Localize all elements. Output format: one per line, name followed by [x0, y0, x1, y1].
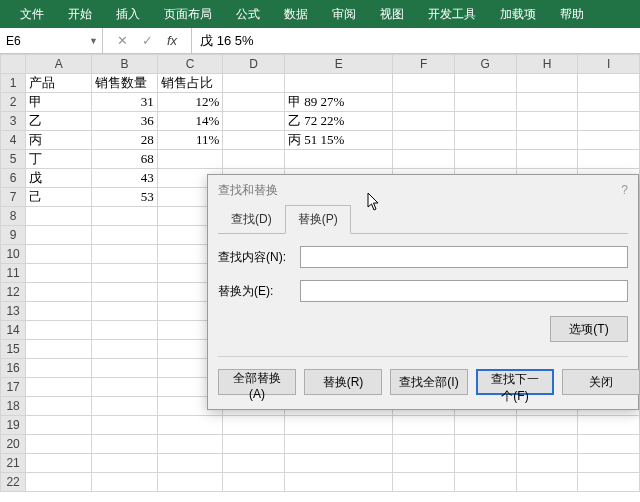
col-header-a[interactable]: A [26, 55, 92, 74]
cancel-icon[interactable]: ✕ [117, 33, 128, 48]
cell[interactable] [26, 416, 92, 435]
find-what-input[interactable] [300, 246, 628, 268]
cell[interactable] [393, 473, 455, 492]
cell[interactable] [454, 435, 516, 454]
row-header[interactable]: 22 [1, 473, 26, 492]
fx-icon[interactable]: fx [167, 33, 177, 48]
accept-icon[interactable]: ✓ [142, 33, 153, 48]
cell[interactable] [516, 93, 578, 112]
cell[interactable] [157, 416, 222, 435]
cell[interactable] [285, 473, 393, 492]
cell[interactable] [26, 283, 92, 302]
col-header-e[interactable]: E [285, 55, 393, 74]
cell[interactable] [454, 74, 516, 93]
row-header[interactable]: 12 [1, 283, 26, 302]
row-header[interactable]: 9 [1, 226, 26, 245]
cell[interactable] [393, 112, 455, 131]
cell[interactable] [516, 74, 578, 93]
row-header[interactable]: 16 [1, 359, 26, 378]
cell[interactable] [285, 454, 393, 473]
row-header[interactable]: 19 [1, 416, 26, 435]
cell[interactable] [92, 245, 157, 264]
cell[interactable] [393, 131, 455, 150]
cell[interactable] [393, 416, 455, 435]
cell[interactable] [26, 340, 92, 359]
cell[interactable]: 丙 51 15% [285, 131, 393, 150]
cell[interactable] [516, 435, 578, 454]
cell[interactable] [92, 340, 157, 359]
cell[interactable]: 产品 [26, 74, 92, 93]
cell[interactable] [92, 454, 157, 473]
cell[interactable] [92, 435, 157, 454]
cell[interactable] [285, 416, 393, 435]
row-header[interactable]: 5 [1, 150, 26, 169]
cell[interactable] [223, 416, 285, 435]
select-all-corner[interactable] [1, 55, 26, 74]
cell[interactable] [516, 131, 578, 150]
cell[interactable] [157, 473, 222, 492]
row-header[interactable]: 13 [1, 302, 26, 321]
row-header[interactable]: 10 [1, 245, 26, 264]
name-box[interactable]: E6 ▼ [0, 28, 103, 53]
cell[interactable] [26, 454, 92, 473]
cell[interactable] [454, 454, 516, 473]
col-header-d[interactable]: D [223, 55, 285, 74]
dialog-titlebar[interactable]: 查找和替换 ? [208, 175, 638, 205]
ribbon-tab-insert[interactable]: 插入 [104, 0, 152, 28]
cell[interactable] [454, 150, 516, 169]
cell[interactable] [92, 226, 157, 245]
cell[interactable] [223, 150, 285, 169]
cell[interactable] [26, 378, 92, 397]
cell[interactable] [223, 74, 285, 93]
cell[interactable] [92, 397, 157, 416]
cell[interactable] [454, 416, 516, 435]
cell[interactable] [26, 359, 92, 378]
cell[interactable] [454, 112, 516, 131]
row-header[interactable]: 8 [1, 207, 26, 226]
row-header[interactable]: 4 [1, 131, 26, 150]
cell[interactable] [516, 416, 578, 435]
cell[interactable] [454, 93, 516, 112]
col-header-i[interactable]: I [578, 55, 640, 74]
cell[interactable]: 销售占比 [157, 74, 222, 93]
cell[interactable] [223, 435, 285, 454]
cell[interactable]: 戊 [26, 169, 92, 188]
tab-replace[interactable]: 替换(P) [285, 205, 351, 234]
cell[interactable]: 11% [157, 131, 222, 150]
cell[interactable]: 丙 [26, 131, 92, 150]
cell[interactable] [393, 74, 455, 93]
cell[interactable] [26, 302, 92, 321]
cell[interactable] [92, 207, 157, 226]
cell[interactable] [92, 264, 157, 283]
cell[interactable] [92, 283, 157, 302]
row-header[interactable]: 3 [1, 112, 26, 131]
cell[interactable] [157, 435, 222, 454]
cell[interactable] [393, 454, 455, 473]
cell[interactable] [223, 454, 285, 473]
replace-button[interactable]: 替换(R) [304, 369, 382, 395]
cell[interactable] [285, 150, 393, 169]
cell[interactable] [92, 359, 157, 378]
tab-find[interactable]: 查找(D) [218, 205, 285, 234]
row-header[interactable]: 6 [1, 169, 26, 188]
ribbon-tab-addins[interactable]: 加载项 [488, 0, 548, 28]
ribbon-tab-formulas[interactable]: 公式 [224, 0, 272, 28]
cell[interactable]: 乙 [26, 112, 92, 131]
ribbon-tab-developer[interactable]: 开发工具 [416, 0, 488, 28]
cell[interactable] [578, 93, 640, 112]
find-all-button[interactable]: 查找全部(I) [390, 369, 468, 395]
cell[interactable] [26, 397, 92, 416]
cell[interactable] [393, 150, 455, 169]
cell[interactable]: 己 [26, 188, 92, 207]
replace-with-input[interactable] [300, 280, 628, 302]
cell[interactable] [223, 112, 285, 131]
ribbon-tab-page-layout[interactable]: 页面布局 [152, 0, 224, 28]
cell[interactable] [578, 435, 640, 454]
cell[interactable] [578, 473, 640, 492]
cell[interactable]: 甲 [26, 93, 92, 112]
cell[interactable]: 12% [157, 93, 222, 112]
row-header[interactable]: 1 [1, 74, 26, 93]
replace-all-button[interactable]: 全部替换(A) [218, 369, 296, 395]
formula-input[interactable]: 戊 16 5% [191, 28, 640, 53]
cell[interactable] [157, 454, 222, 473]
